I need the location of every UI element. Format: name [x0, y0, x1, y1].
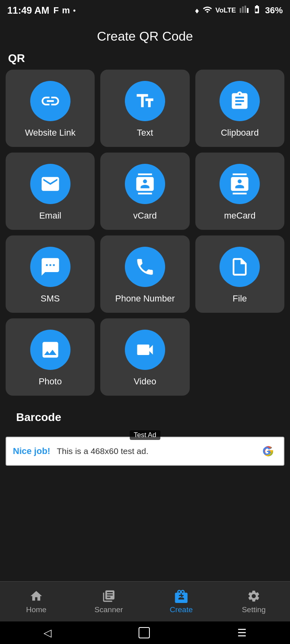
- mecard-label: meCard: [224, 211, 255, 221]
- status-bar: 11:49 AM F m • ⬧ VoLTE 36%: [0, 0, 290, 21]
- vcard-icon: [135, 173, 155, 194]
- sms-icon-circle: [30, 247, 70, 287]
- grid-item-phone[interactable]: Phone Number: [100, 235, 189, 313]
- file-label: File: [233, 293, 247, 304]
- ad-section: Test Ad Nice job! This is a 468x60 test …: [6, 437, 284, 466]
- facebook-icon: F: [53, 5, 58, 16]
- create-icon: [174, 589, 188, 603]
- video-label: Video: [134, 376, 156, 387]
- setting-nav-label: Setting: [242, 605, 265, 614]
- wifi-icon: [203, 5, 212, 17]
- grid-item-photo[interactable]: Photo: [6, 318, 95, 396]
- status-time: 11:49 AM: [7, 5, 49, 16]
- setting-icon: [247, 589, 261, 603]
- battery-percent: 36%: [265, 5, 283, 16]
- create-nav-label: Create: [170, 605, 193, 614]
- ad-tag: Test Ad: [130, 430, 160, 440]
- link-icon: [40, 91, 61, 111]
- nav-item-setting[interactable]: Setting: [218, 585, 290, 618]
- lte-icon: VoLTE: [215, 6, 236, 14]
- barcode-section-label: Barcode: [8, 409, 282, 429]
- mecard-icon-circle: [220, 164, 260, 204]
- grid-item-text[interactable]: Text: [100, 70, 189, 147]
- clipboard-icon: [229, 91, 250, 111]
- text-label: Text: [137, 128, 153, 138]
- qr-grid: Website Link Text Clipboard Email: [0, 70, 290, 396]
- video-icon: [135, 339, 155, 360]
- clipboard-label: Clipboard: [221, 128, 259, 138]
- file-icon-circle: [220, 247, 260, 287]
- status-right-icons: ⬧ VoLTE 36%: [194, 4, 283, 17]
- clipboard-icon-circle: [220, 81, 260, 121]
- bottom-nav: Home Scanner Create Setting: [0, 581, 290, 621]
- home-nav-label: Home: [26, 605, 47, 614]
- dot-indicator: •: [73, 6, 76, 15]
- email-icon: [40, 173, 61, 194]
- video-icon-circle: [125, 330, 165, 370]
- recents-button[interactable]: ☰: [237, 627, 246, 639]
- content-area: QR Website Link Text Clipboard: [0, 50, 290, 581]
- text-icon-circle: [125, 81, 165, 121]
- file-icon: [229, 256, 250, 277]
- ad-banner: Test Ad Nice job! This is a 468x60 test …: [6, 437, 284, 466]
- android-nav-bar: ◁ ☰: [0, 621, 290, 644]
- nav-item-scanner[interactable]: Scanner: [72, 585, 145, 618]
- sms-label: SMS: [41, 293, 60, 304]
- phone-icon: [135, 256, 155, 277]
- qr-section-label: QR: [0, 50, 290, 70]
- grid-item-video[interactable]: Video: [100, 318, 189, 396]
- email-label: Email: [39, 211, 61, 221]
- home-icon: [29, 589, 43, 603]
- phone-icon-circle: [125, 247, 165, 287]
- phone-label: Phone Number: [115, 293, 175, 304]
- photo-icon-circle: [30, 330, 70, 370]
- mecard-icon: [229, 173, 250, 194]
- home-button[interactable]: [139, 627, 150, 638]
- grid-item-email[interactable]: Email: [6, 153, 95, 230]
- photo-label: Photo: [39, 376, 62, 387]
- nav-item-home[interactable]: Home: [0, 585, 72, 618]
- grid-item-mecard[interactable]: meCard: [195, 153, 284, 230]
- website-link-icon-circle: [30, 81, 70, 121]
- barcode-section: Barcode: [0, 401, 290, 433]
- photo-icon: [40, 339, 61, 360]
- page-title: Create QR Code: [0, 21, 290, 50]
- ad-nice-job: Nice job!: [13, 446, 50, 456]
- vcard-icon-circle: [125, 164, 165, 204]
- svg-text:G: G: [263, 445, 271, 457]
- grid-item-sms[interactable]: SMS: [6, 235, 95, 313]
- battery-icon: [252, 4, 262, 17]
- grid-item-website-link[interactable]: Website Link: [6, 70, 95, 147]
- scanner-icon: [102, 589, 116, 603]
- website-link-label: Website Link: [25, 128, 76, 138]
- grid-item-clipboard[interactable]: Clipboard: [195, 70, 284, 147]
- status-app-icons: F m •: [53, 5, 75, 16]
- ad-description: This is a 468x60 test ad.: [57, 446, 253, 456]
- text-icon: [135, 91, 155, 111]
- back-button[interactable]: ◁: [44, 627, 52, 639]
- status-time-area: 11:49 AM F m •: [7, 5, 76, 16]
- scanner-nav-label: Scanner: [95, 605, 123, 614]
- email-icon-circle: [30, 164, 70, 204]
- messenger-icon: m: [62, 5, 70, 16]
- nav-item-create[interactable]: Create: [145, 585, 218, 618]
- signal-icon: [239, 4, 249, 17]
- sms-icon: [40, 256, 61, 277]
- vcard-label: vCard: [133, 211, 157, 221]
- google-logo: G: [259, 442, 277, 460]
- grid-item-file[interactable]: File: [195, 235, 284, 313]
- grid-item-vcard[interactable]: vCard: [100, 153, 189, 230]
- location-icon: ⬧: [194, 5, 199, 16]
